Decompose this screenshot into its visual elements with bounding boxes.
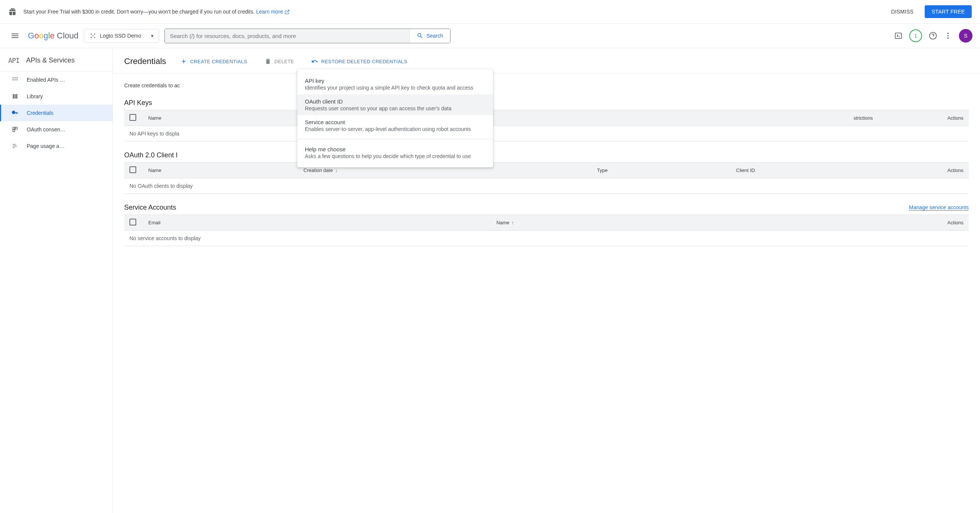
sidebar-item-label: Enabled APIs … [27,77,65,83]
page-title: Credentials [124,56,166,66]
delete-button[interactable]: DELETE [262,56,297,67]
user-avatar[interactable]: S [959,29,972,43]
svg-point-17 [15,80,16,81]
svg-point-18 [17,80,18,81]
dropdown-item-oauth-client[interactable]: OAuth client ID Requests user consent so… [298,94,493,115]
help-icon[interactable] [929,32,937,40]
hamburger-menu-icon[interactable] [8,28,22,43]
empty-row: No OAuth clients to display [124,178,969,194]
sidebar-item-label: OAuth consen… [27,126,65,132]
col-client-id[interactable]: Client ID [731,163,924,178]
dismiss-button[interactable]: DISMISS [885,6,920,18]
search-bar: Search [164,29,450,43]
col-type[interactable]: Type [592,163,731,178]
svg-point-15 [17,77,18,78]
sidebar-item-library[interactable]: Library [0,88,113,105]
start-free-button[interactable]: START FREE [925,5,972,18]
svg-point-13 [13,77,14,78]
google-cloud-logo[interactable]: Google Cloud [28,31,79,41]
consent-icon [12,126,19,133]
col-email[interactable]: Email [143,215,491,231]
sidebar-item-credentials[interactable]: Credentials [0,105,113,121]
search-input[interactable] [165,29,410,43]
api-icon: API [8,56,19,64]
col-actions: Actions [924,215,969,231]
svg-point-10 [947,33,949,34]
learn-more-link[interactable]: Learn more [256,9,290,15]
app-header: Google Cloud Logto SSO Demo ▾ Search 1 S [0,24,980,48]
caret-down-icon: ▾ [151,33,154,39]
svg-rect-22 [13,127,15,129]
api-keys-heading: API Keys [124,99,152,107]
usage-icon [12,143,19,150]
select-all-checkbox[interactable] [129,166,136,173]
svg-point-4 [94,37,95,38]
sidebar: API APIs & Services Enabled APIs … Libra… [0,48,113,513]
gift-icon [8,8,17,16]
svg-line-0 [287,10,289,13]
more-icon[interactable] [944,32,952,40]
create-credentials-dropdown: API key Identifies your project using a … [298,69,493,167]
page-header: Credentials CREATE CREDENTIALS DELETE RE… [113,48,980,73]
col-restrictions[interactable]: strictions [848,110,924,126]
service-accounts-table: Email Name↑ Actions No service accounts … [124,215,969,246]
sort-asc-icon: ↑ [512,220,514,225]
svg-point-11 [947,35,949,37]
library-icon [12,93,19,100]
key-icon [12,110,19,116]
svg-rect-21 [16,94,18,99]
free-trial-banner: Start your Free Trial with $300 in credi… [0,0,980,24]
project-picker[interactable]: Logto SSO Demo ▾ [84,29,159,43]
dropdown-separator [298,139,493,139]
sidebar-item-oauth-consent[interactable]: OAuth consen… [0,121,113,138]
sidebar-item-enabled-apis[interactable]: Enabled APIs … [0,72,113,88]
svg-rect-24 [13,130,15,132]
api-keys-table: Name strictions Actions No API keys to d… [124,110,969,142]
sidebar-item-label: Credentials [27,110,53,116]
dropdown-item-service-account[interactable]: Service account Enables server-to-server… [298,115,493,136]
oauth-table: Name Creation date↓ Type Client ID Actio… [124,162,969,194]
svg-point-3 [91,37,92,38]
col-name[interactable]: Name [143,163,298,178]
manage-service-accounts-link[interactable]: Manage service accounts [909,204,969,211]
sort-desc-icon: ↓ [335,167,337,173]
dropdown-item-api-key[interactable]: API key Identifies your project using a … [298,74,493,94]
sidebar-title[interactable]: API APIs & Services [0,50,113,72]
col-actions: Actions [924,110,969,126]
svg-rect-23 [16,127,18,129]
empty-row: No API keys to displa [124,126,969,142]
sidebar-item-page-usage[interactable]: Page usage a… [0,138,113,154]
svg-point-16 [13,80,14,81]
sidebar-item-label: Library [27,93,43,99]
search-button[interactable]: Search [409,29,450,43]
empty-row: No service accounts to display [124,231,969,246]
svg-rect-20 [15,94,16,99]
svg-point-1 [91,33,92,35]
oauth-heading: OAuth 2.0 Client I [124,151,178,159]
main-content: Credentials CREATE CREDENTIALS DELETE RE… [113,48,980,513]
project-icon [89,32,96,39]
svg-rect-19 [13,94,14,99]
intro-text: Create credentials to ac [124,83,969,88]
svg-point-12 [947,38,949,39]
project-name: Logto SSO Demo [100,33,147,39]
enabled-apis-icon [12,76,19,83]
service-accounts-heading: Service Accounts [124,204,176,212]
svg-point-2 [94,33,95,35]
restore-button[interactable]: RESTORE DELETED CREDENTIALS [308,56,410,67]
notification-badge[interactable]: 1 [909,29,922,42]
create-credentials-button[interactable]: CREATE CREDENTIALS [177,56,250,67]
cloud-shell-icon[interactable] [894,32,902,40]
svg-point-14 [15,77,16,78]
dropdown-item-help-choose[interactable]: Help me choose Asks a few questions to h… [298,142,493,163]
banner-message: Start your Free Trial with $300 in credi… [23,9,885,15]
select-all-checkbox[interactable] [129,114,136,121]
col-actions: Actions [924,163,969,178]
col-name[interactable]: Name↑ [491,215,924,231]
svg-point-5 [92,35,93,37]
col-name[interactable]: Name [143,110,848,126]
sidebar-item-label: Page usage a… [27,143,64,149]
select-all-checkbox[interactable] [129,219,136,225]
